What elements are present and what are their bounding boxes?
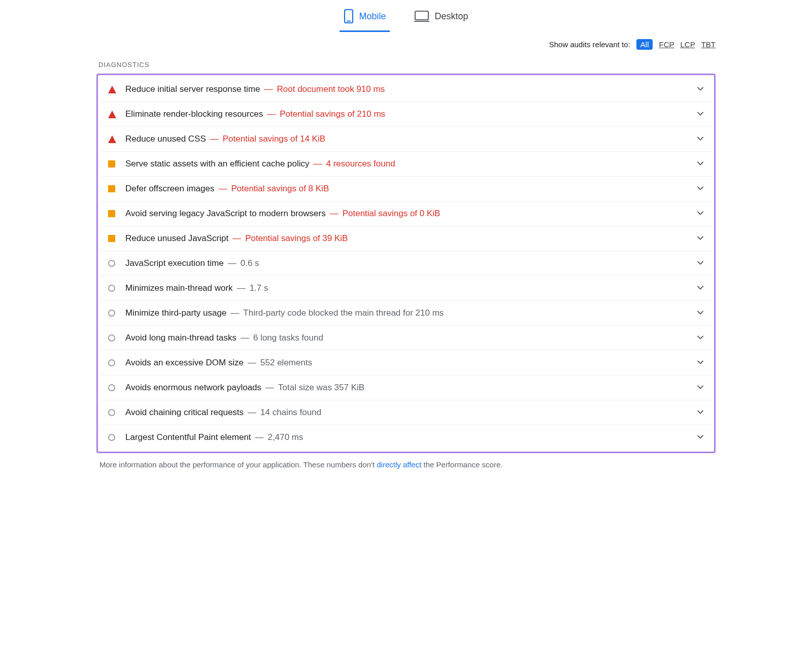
chevron-down-icon [697,110,704,119]
audit-title: Reduce initial server response time [125,84,260,94]
dash-separator: — [267,109,276,119]
neutral-icon [108,334,121,342]
svg-rect-2 [415,11,428,20]
warn-icon [108,210,121,217]
chevron-down-icon [697,334,704,343]
fail-icon [108,111,121,118]
chevron-down-icon [697,210,704,218]
neutral-icon [108,384,121,391]
audit-row[interactable]: Defer offscreen images—Potential savings… [100,177,712,201]
warn-icon [108,185,121,192]
audit-detail: Potential savings of 8 KiB [231,184,329,194]
audit-title: JavaScript execution time [125,258,224,268]
footer-post: the Performance score. [421,460,502,469]
audit-row[interactable]: JavaScript execution time—0.6 s [100,251,712,276]
tab-mobile[interactable]: Mobile [340,4,390,32]
audit-row[interactable]: Largest Contentful Paint element—2,470 m… [100,425,712,450]
footer-link[interactable]: directly affect [377,460,421,469]
dash-separator: — [218,184,227,194]
audit-detail: Total size was 357 KiB [278,383,364,393]
dash-separator: — [241,333,249,343]
audit-title: Avoids enormous network payloads [125,383,261,393]
audit-title: Serve static assets with an efficient ca… [125,159,310,169]
audit-detail: 14 chains found [260,407,321,418]
chevron-down-icon [697,284,704,293]
audit-title: Defer offscreen images [125,184,214,194]
mobile-icon [344,9,354,23]
neutral-icon [108,359,121,366]
filter-all[interactable]: All [636,39,653,50]
audit-row[interactable]: Avoid chaining critical requests—14 chai… [100,400,712,425]
audit-detail: 1.7 s [250,283,268,293]
dash-separator: — [248,407,256,418]
dash-separator: — [265,383,274,393]
fail-icon [108,135,121,143]
neutral-icon [108,434,121,441]
dash-separator: — [228,258,236,268]
audit-detail: Root document took 910 ms [277,84,385,94]
chevron-down-icon [697,433,704,442]
audit-title: Reduce unused CSS [125,134,206,144]
audit-row[interactable]: Avoids an excessive DOM size—552 element… [100,351,712,376]
audit-title: Eliminate render-blocking resources [125,109,263,119]
audit-title: Largest Contentful Paint element [125,432,251,442]
dash-separator: — [237,283,246,293]
audit-detail: Third-party code blocked the main thread… [243,308,444,318]
audit-title: Avoid chaining critical requests [125,407,244,418]
audit-row[interactable]: Avoid long main-thread tasks—6 long task… [100,326,712,351]
section-header-diagnostics: DIAGNOSTICS [96,57,716,74]
tab-desktop-label: Desktop [434,11,468,22]
audit-row[interactable]: Reduce unused JavaScript—Potential savin… [100,226,712,251]
chevron-down-icon [697,185,704,193]
audit-detail: Potential savings of 0 KiB [343,209,441,219]
audit-filter-row: Show audits relevant to: All FCP LCP TBT [96,32,716,57]
footer-pre: More information about the performance o… [99,460,377,469]
audit-detail: 0.6 s [241,258,259,268]
warn-icon [108,235,121,242]
audit-row[interactable]: Eliminate render-blocking resources—Pote… [100,102,712,127]
chevron-down-icon [697,384,704,392]
dash-separator: — [210,134,219,144]
chevron-down-icon [697,85,704,94]
dash-separator: — [230,308,239,318]
tab-desktop[interactable]: Desktop [410,4,472,32]
chevron-down-icon [697,135,704,144]
audit-detail: Potential savings of 39 KiB [245,233,348,244]
audit-row[interactable]: Minimize third-party usage—Third-party c… [100,301,712,326]
neutral-icon [108,260,121,267]
audit-title: Reduce unused JavaScript [125,233,228,244]
audit-row[interactable]: Reduce initial server response time—Root… [100,77,712,102]
footer-note: More information about the performance o… [96,453,716,469]
audit-title: Avoid serving legacy JavaScript to moder… [125,209,326,219]
filter-lcp[interactable]: LCP [680,40,695,49]
chevron-down-icon [697,259,704,268]
chevron-down-icon [697,359,704,367]
audit-row[interactable]: Avoids enormous network payloads—Total s… [100,376,712,400]
audit-title: Avoids an excessive DOM size [125,358,244,368]
audit-title: Minimize third-party usage [125,308,226,318]
audit-row[interactable]: Avoid serving legacy JavaScript to moder… [100,201,712,226]
audit-row[interactable]: Serve static assets with an efficient ca… [100,152,712,177]
dash-separator: — [264,84,273,94]
dash-separator: — [330,209,339,219]
audit-row[interactable]: Minimizes main-thread work—1.7 s [100,276,712,301]
audit-title: Avoid long main-thread tasks [125,333,236,343]
tab-mobile-label: Mobile [359,11,386,22]
audit-detail: Potential savings of 210 ms [280,109,385,119]
dash-separator: — [232,233,241,244]
chevron-down-icon [697,160,704,168]
filter-tbt[interactable]: TBT [701,40,716,49]
neutral-icon [108,310,121,317]
audit-detail: 552 elements [260,358,312,368]
fail-icon [108,86,121,93]
audit-title: Minimizes main-thread work [125,283,233,293]
filter-label: Show audits relevant to: [549,40,630,49]
device-tabs: Mobile Desktop [96,0,716,32]
chevron-down-icon [697,408,704,417]
audit-row[interactable]: Reduce unused CSS—Potential savings of 1… [100,127,712,152]
dash-separator: — [255,432,264,442]
audit-detail: Potential savings of 14 KiB [223,134,325,144]
filter-fcp[interactable]: FCP [659,40,674,49]
dash-separator: — [248,358,256,368]
warn-icon [108,160,121,167]
